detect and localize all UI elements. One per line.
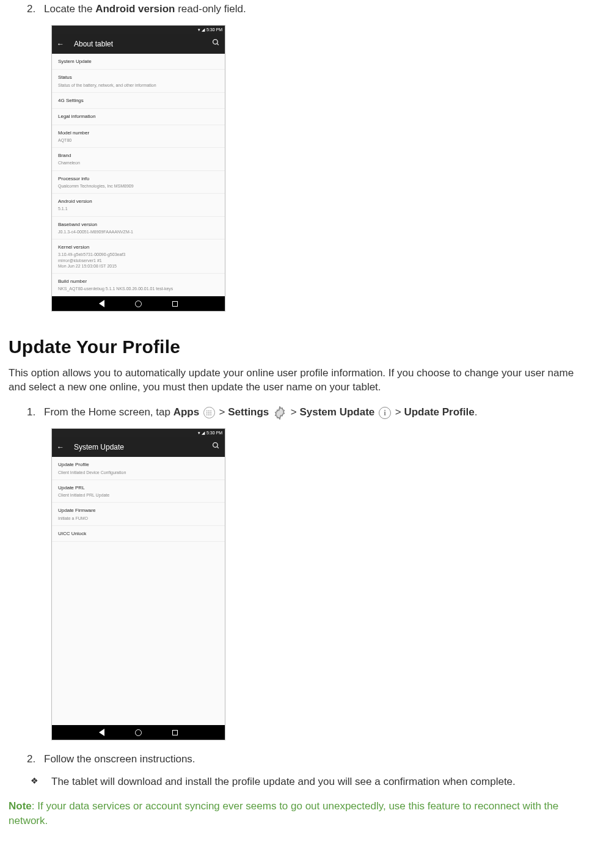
item-subtitle: Qualcomm Technologies, Inc MSM8909 — [58, 183, 219, 189]
step-nav-path: 1. From the Home screen, tap Apps > Sett… — [27, 406, 586, 420]
info-icon: i — [379, 407, 391, 419]
item-title: Status — [58, 75, 219, 81]
heading-update-profile: Update Your Profile — [9, 335, 586, 360]
bullet-download: ❖ The tablet will download and install t… — [31, 775, 586, 789]
list-item[interactable]: Android version5.1.1 — [52, 194, 225, 216]
search-icon[interactable] — [212, 38, 220, 49]
svg-point-3 — [213, 443, 218, 448]
item-title: Processor info — [58, 176, 219, 182]
list-item[interactable]: Kernel version3.10.49-g5eb5731-00090-g50… — [52, 239, 225, 274]
nav-apps: Apps — [173, 406, 200, 418]
nav-recent-icon[interactable] — [172, 301, 178, 307]
list-item[interactable]: BrandChameleon — [52, 148, 225, 170]
note-text: : If your data services or account synci… — [9, 800, 558, 826]
search-icon[interactable] — [212, 442, 220, 453]
list-item[interactable]: Model numberAQT80 — [52, 125, 225, 148]
item-subtitle: Client Initiated Device Configuration — [58, 470, 219, 475]
list-item[interactable]: Update FirmwareInitiate a FUMO — [52, 503, 225, 525]
android-version-bold: Android version — [95, 3, 175, 15]
app-bar: ← About tablet — [52, 34, 225, 54]
item-subtitle: Client Initiated PRL Update — [58, 492, 219, 498]
list-item[interactable]: Update PRLClient Initiated PRL Update — [52, 480, 225, 503]
item-subtitle: Initiate a FUMO — [58, 516, 219, 521]
item-title: Build number — [58, 279, 219, 285]
item-title: Legal information — [58, 114, 219, 120]
intro-paragraph: This option allows you to automatically … — [9, 366, 586, 395]
signal-icon: ▾ ◢ — [198, 27, 205, 32]
step-follow: 2. Follow the onscreen instructions. — [27, 753, 586, 767]
step-text: From the Home screen, tap Apps > Setting… — [44, 406, 586, 420]
item-title: System Update — [58, 59, 219, 65]
item-subtitle: AQT80 — [58, 137, 219, 143]
list-item[interactable]: StatusStatus of the battery, network, an… — [52, 70, 225, 92]
item-title: UICC Unlock — [58, 531, 219, 537]
item-subtitle: 3.10.49-g5eb5731-00090-g503eaf3 mirror@i… — [58, 252, 219, 268]
gt-2: > — [291, 406, 300, 418]
appbar-title: System Update — [74, 442, 212, 452]
item-title: Android version — [58, 199, 219, 205]
list-item[interactable]: Update ProfileClient Initiated Device Co… — [52, 457, 225, 480]
gt-3: > — [395, 406, 404, 418]
status-bar: ▾ ◢ 5:30 PM — [52, 26, 225, 34]
item-title: Update Profile — [58, 462, 219, 468]
nav-home-icon[interactable] — [135, 729, 142, 736]
item-title: Kernel version — [58, 244, 219, 250]
list-item[interactable]: Processor infoQualcomm Technologies, Inc… — [52, 171, 225, 194]
settings-icon — [273, 406, 287, 420]
nav-system-update: System Update — [299, 406, 374, 418]
screenshot-about-tablet: ▾ ◢ 5:30 PM ← About tablet System Update… — [51, 25, 586, 312]
note: Note: If your data services or account s… — [9, 799, 586, 828]
step-text-post: read-only field. — [175, 3, 246, 15]
list-item[interactable]: Legal information — [52, 109, 225, 125]
item-title: Brand — [58, 153, 219, 159]
list-item[interactable]: UICC Unlock — [52, 526, 225, 542]
empty-area — [52, 542, 225, 725]
item-title: Update PRL — [58, 485, 219, 491]
note-label: Note — [9, 800, 32, 812]
svg-point-0 — [213, 40, 218, 45]
signal-icon: ▾ ◢ — [198, 430, 205, 436]
item-subtitle: NKS_AQT80-userdebug 5.1.1 NKS.00.26.00.0… — [58, 286, 219, 291]
settings-list: Update ProfileClient Initiated Device Co… — [52, 457, 225, 542]
settings-list: System UpdateStatusStatus of the battery… — [52, 54, 225, 296]
nav-back-icon[interactable] — [99, 300, 104, 307]
phone-frame: ▾ ◢ 5:30 PM ← About tablet System Update… — [51, 25, 225, 312]
bullet-text: The tablet will download and install the… — [51, 775, 586, 789]
screenshot-system-update: ▾ ◢ 5:30 PM ← System Update Update Profi… — [51, 428, 586, 740]
appbar-title: About tablet — [74, 39, 212, 49]
item-subtitle: Chameleon — [58, 160, 219, 166]
list-item[interactable]: Baseband versionJ0.1.3-c4-00051-M8909FAA… — [52, 217, 225, 239]
nav-dot: . — [475, 406, 478, 418]
status-time: 5:30 PM — [206, 27, 222, 32]
status-bar: ▾ ◢ 5:30 PM — [52, 429, 225, 437]
nav-bar — [52, 296, 225, 311]
back-icon[interactable]: ← — [57, 39, 65, 49]
back-icon[interactable]: ← — [57, 442, 65, 452]
bullet-icon: ❖ — [31, 775, 51, 787]
item-title: Update Firmware — [58, 508, 219, 514]
nav-settings: Settings — [228, 406, 269, 418]
item-subtitle: J0.1.3-c4-00051-M8909FAAAANVZM-1 — [58, 229, 219, 235]
nav-back-icon[interactable] — [99, 729, 104, 736]
item-title: Baseband version — [58, 222, 219, 228]
phone-frame: ▾ ◢ 5:30 PM ← System Update Update Profi… — [51, 428, 225, 740]
svg-line-4 — [217, 447, 219, 449]
step-number: 2. — [27, 753, 44, 767]
apps-icon — [203, 407, 215, 418]
item-subtitle: Status of the battery, network, and othe… — [58, 82, 219, 88]
svg-line-1 — [217, 43, 219, 45]
item-title: Model number — [58, 130, 219, 136]
list-item[interactable]: 4G Settings — [52, 93, 225, 109]
item-subtitle: 5.1.1 — [58, 206, 219, 211]
nav-bar — [52, 725, 225, 740]
step-text: Locate the Android version read-only fie… — [44, 2, 586, 16]
list-item[interactable]: System Update — [52, 54, 225, 70]
nav-update-profile: Update Profile — [404, 406, 474, 418]
status-time: 5:30 PM — [206, 430, 222, 436]
step-text-pre: Locate the — [44, 3, 95, 15]
nav-home-icon[interactable] — [135, 301, 142, 307]
gt-1: > — [219, 406, 228, 418]
list-item[interactable]: Build numberNKS_AQT80-userdebug 5.1.1 NK… — [52, 274, 225, 296]
nav-seg-1: From the Home screen, tap — [44, 406, 173, 418]
nav-recent-icon[interactable] — [172, 730, 178, 735]
